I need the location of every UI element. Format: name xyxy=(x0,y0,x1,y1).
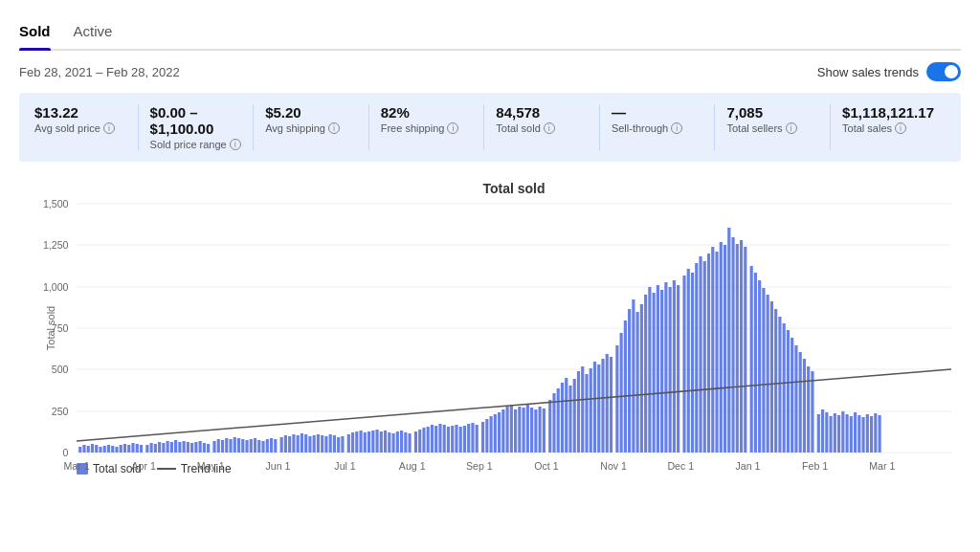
svg-rect-117 xyxy=(455,425,457,453)
svg-rect-149 xyxy=(590,368,592,453)
svg-text:May 1: May 1 xyxy=(197,461,225,472)
svg-rect-157 xyxy=(624,320,627,453)
stats-bar: $13.22 Avg sold price i $0.00 – $1,100.0… xyxy=(19,93,961,162)
svg-rect-60 xyxy=(217,439,220,453)
svg-rect-171 xyxy=(682,276,685,453)
svg-rect-184 xyxy=(736,244,739,453)
svg-rect-132 xyxy=(518,407,521,453)
svg-rect-69 xyxy=(254,438,256,453)
svg-rect-71 xyxy=(261,441,264,453)
svg-rect-172 xyxy=(687,269,690,453)
svg-rect-209 xyxy=(841,411,844,453)
stat-info-icon-2[interactable]: i xyxy=(328,122,340,134)
svg-rect-137 xyxy=(539,407,542,453)
svg-rect-62 xyxy=(225,438,228,453)
svg-rect-170 xyxy=(677,285,679,453)
stat-avg-sold-price: $13.22 Avg sold price i xyxy=(34,104,139,150)
stat-info-icon-0[interactable]: i xyxy=(103,122,115,134)
svg-rect-64 xyxy=(234,437,236,453)
svg-rect-212 xyxy=(854,412,857,453)
chart-title: Total sold xyxy=(77,181,951,196)
svg-rect-174 xyxy=(695,263,698,453)
stat-info-icon-7[interactable]: i xyxy=(895,122,906,134)
svg-rect-33 xyxy=(103,446,106,453)
svg-rect-201 xyxy=(807,366,810,453)
svg-rect-188 xyxy=(754,273,757,453)
svg-rect-153 xyxy=(606,354,609,453)
chart-wrap: Total sold 1,500 1,250 1,000 750 500 250… xyxy=(77,204,951,453)
svg-rect-32 xyxy=(99,447,101,453)
svg-rect-55 xyxy=(194,442,197,453)
svg-rect-112 xyxy=(434,426,437,453)
svg-rect-185 xyxy=(740,240,743,453)
svg-rect-124 xyxy=(485,419,488,453)
show-trends-control: Show sales trends xyxy=(817,62,961,81)
svg-rect-113 xyxy=(438,424,441,453)
svg-rect-176 xyxy=(703,261,706,453)
svg-text:Dec 1: Dec 1 xyxy=(667,461,694,472)
tabs: Sold Active xyxy=(19,15,961,51)
svg-rect-48 xyxy=(167,441,169,453)
stat-info-icon-6[interactable]: i xyxy=(786,122,797,134)
stat-total-sold: 84,578 Total sold i xyxy=(484,104,600,150)
svg-rect-187 xyxy=(750,266,753,453)
svg-rect-92 xyxy=(351,432,354,453)
svg-rect-70 xyxy=(257,440,260,453)
svg-rect-121 xyxy=(471,423,474,453)
svg-rect-119 xyxy=(463,426,466,453)
svg-rect-189 xyxy=(758,280,761,453)
svg-rect-182 xyxy=(727,228,730,453)
svg-rect-53 xyxy=(187,442,189,453)
svg-rect-73 xyxy=(270,438,273,453)
svg-text:Jul 1: Jul 1 xyxy=(334,461,356,472)
svg-rect-165 xyxy=(657,285,659,453)
svg-rect-129 xyxy=(505,407,508,453)
svg-rect-72 xyxy=(266,439,269,453)
stat-total-sellers: 7,085 Total sellers i xyxy=(715,104,831,150)
svg-text:Sep 1: Sep 1 xyxy=(466,461,493,472)
svg-rect-143 xyxy=(565,378,568,453)
svg-rect-131 xyxy=(514,409,517,453)
stat-avg-shipping: $5.20 Avg shipping i xyxy=(254,104,369,150)
show-trends-toggle[interactable] xyxy=(926,62,961,81)
svg-rect-107 xyxy=(414,431,417,453)
svg-rect-125 xyxy=(489,416,492,453)
svg-rect-52 xyxy=(183,441,186,453)
svg-rect-36 xyxy=(115,447,118,453)
svg-rect-202 xyxy=(811,371,813,453)
tab-active[interactable]: Active xyxy=(74,15,113,49)
stat-info-icon-1[interactable]: i xyxy=(230,139,241,150)
svg-rect-128 xyxy=(501,409,504,453)
svg-text:1,250: 1,250 xyxy=(43,240,69,251)
date-row: Feb 28, 2021 – Feb 28, 2022 Show sales t… xyxy=(19,62,961,81)
svg-rect-30 xyxy=(91,444,94,453)
svg-rect-156 xyxy=(620,333,623,453)
stat-info-icon-5[interactable]: i xyxy=(671,122,682,134)
stat-info-icon-4[interactable]: i xyxy=(544,122,555,134)
svg-rect-207 xyxy=(834,413,836,453)
tab-sold[interactable]: Sold xyxy=(19,15,51,49)
svg-rect-80 xyxy=(301,433,303,453)
svg-rect-51 xyxy=(178,442,181,453)
legend-line-icon xyxy=(157,468,176,470)
svg-rect-83 xyxy=(313,435,316,453)
chart-svg: 1,500 1,250 1,000 750 500 250 0 Mar 1 Ap… xyxy=(77,204,951,453)
svg-text:500: 500 xyxy=(52,364,69,375)
y-axis-label: Total sold xyxy=(45,306,56,350)
svg-rect-109 xyxy=(422,428,425,453)
svg-rect-37 xyxy=(120,445,122,453)
svg-text:250: 250 xyxy=(52,407,69,417)
date-range: Feb 28, 2021 – Feb 28, 2022 xyxy=(19,65,180,79)
chart-container: Total sold Total sold 1,500 1,250 1,000 … xyxy=(19,181,961,475)
svg-rect-180 xyxy=(720,242,723,453)
svg-text:Mar 1: Mar 1 xyxy=(869,461,895,472)
svg-rect-101 xyxy=(388,432,390,453)
svg-text:1,500: 1,500 xyxy=(43,199,69,210)
svg-rect-85 xyxy=(321,435,323,453)
stat-info-icon-3[interactable]: i xyxy=(447,122,458,134)
svg-rect-138 xyxy=(543,408,546,453)
svg-rect-104 xyxy=(400,431,403,453)
stat-sold-price-range: $0.00 – $1,100.00 Sold price range i xyxy=(139,104,255,150)
svg-text:Nov 1: Nov 1 xyxy=(600,461,627,472)
svg-text:Aug 1: Aug 1 xyxy=(399,461,426,472)
